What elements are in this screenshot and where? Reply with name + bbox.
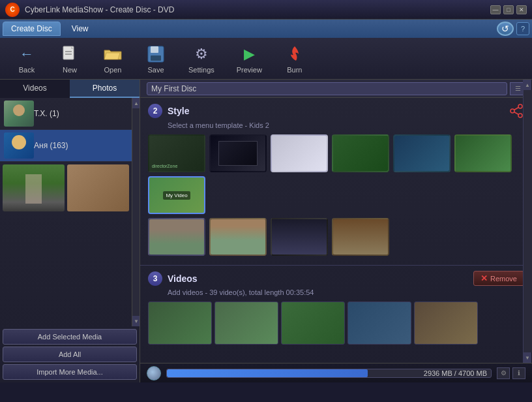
window-controls: — □ ✕: [490, 5, 527, 14]
remove-button[interactable]: ✕ Remove: [473, 271, 524, 286]
media-item-anya[interactable]: Аня (163): [0, 130, 140, 162]
menu-tab-create-disc[interactable]: Create Disc: [3, 22, 61, 36]
right-scrollbar[interactable]: ▲ ▼: [523, 80, 532, 363]
preview-icon: ▶: [239, 44, 259, 65]
right-scroll-track: [524, 90, 532, 352]
videos-section: 3 Videos ✕ Remove Add videos - 39 video(…: [140, 266, 532, 350]
settings-small-button[interactable]: ⚙: [497, 367, 510, 379]
capacity-bar: 2936 MB / 4700 MB: [166, 369, 492, 378]
media-label-anya: Аня (163): [34, 141, 68, 150]
nav-back-button[interactable]: ↺: [497, 22, 514, 36]
video-thumb-4[interactable]: [347, 302, 411, 345]
settings-button[interactable]: ⚙ Settings: [179, 39, 224, 78]
back-label: Back: [19, 66, 35, 74]
minimize-button[interactable]: —: [490, 5, 501, 14]
style-title: Style: [168, 106, 189, 116]
svg-line-10: [514, 108, 519, 110]
disc-title-bar: ☰: [140, 80, 532, 98]
right-panel: ☰ 2 Style Select a menu template -: [140, 80, 532, 382]
template-r2-2[interactable]: [209, 218, 267, 256]
back-icon: ←: [16, 44, 37, 65]
scroll-thumb[interactable]: [132, 108, 140, 316]
media-single-1[interactable]: [3, 164, 65, 211]
preview-label: Preview: [237, 66, 262, 74]
template-r2-4[interactable]: [332, 218, 389, 256]
media-grid: [0, 162, 140, 214]
template-photo[interactable]: [454, 134, 512, 172]
disc-icon: [147, 366, 161, 380]
disc-title-input[interactable]: [147, 82, 507, 95]
tab-videos[interactable]: Videos: [0, 80, 70, 98]
video-thumb-5[interactable]: [414, 302, 478, 345]
videos-header: 3 Videos ✕ Remove: [148, 271, 524, 286]
capacity-fill: [167, 369, 368, 377]
back-button[interactable]: ← Back: [7, 39, 47, 78]
template-row-2: [148, 218, 524, 256]
media-label-tx: T.X. (1): [34, 109, 59, 118]
template-dark[interactable]: [209, 134, 267, 172]
settings-label: Settings: [188, 66, 214, 74]
left-panel: Videos Photos T.X. (1) Аня (163) ▲: [0, 80, 140, 382]
svg-line-11: [514, 112, 519, 115]
social-share-icon[interactable]: [509, 103, 524, 119]
video-thumb-1[interactable]: [148, 302, 212, 345]
svg-point-7: [518, 104, 522, 108]
style-step-number: 2: [148, 104, 162, 118]
new-button[interactable]: New: [50, 39, 90, 78]
import-more-media-button[interactable]: Import More Media...: [3, 364, 137, 380]
media-thumb-anya: [4, 132, 34, 159]
add-selected-media-button[interactable]: Add Selected Media: [3, 329, 137, 345]
template-kids[interactable]: [332, 134, 389, 172]
media-single-2[interactable]: [67, 164, 129, 211]
svg-point-8: [510, 109, 514, 113]
add-all-button[interactable]: Add All: [3, 347, 137, 362]
videos-step-number: 3: [148, 271, 162, 286]
template-nature[interactable]: [393, 134, 451, 172]
remove-label: Remove: [490, 275, 517, 283]
left-scrollbar[interactable]: ▲ ▼: [132, 98, 140, 326]
media-tab-row: Videos Photos: [0, 80, 140, 98]
new-label: New: [63, 66, 77, 74]
template-video[interactable]: My Video: [148, 176, 205, 214]
app-logo: C: [5, 3, 20, 17]
media-thumb-tx: [4, 100, 34, 127]
video-thumb-2[interactable]: [214, 302, 278, 345]
svg-rect-5: [151, 46, 158, 53]
template-r2-1[interactable]: [148, 218, 205, 256]
media-item-tx[interactable]: T.X. (1): [0, 98, 140, 130]
help-button[interactable]: ?: [516, 22, 529, 35]
bottom-icons: ⚙ ℹ: [497, 367, 525, 379]
style-header: 2 Style: [148, 103, 524, 119]
title-bar: C CyberLink MediaShow - Create Disc - DV…: [0, 0, 532, 20]
capacity-text: 2936 MB / 4700 MB: [424, 369, 487, 377]
style-subtitle: Select a menu template - Kids 2: [168, 121, 524, 129]
scroll-up-arrow[interactable]: ▲: [132, 98, 140, 108]
save-button[interactable]: Save: [136, 39, 176, 78]
bottom-bar: 2936 MB / 4700 MB ⚙ ℹ: [140, 363, 532, 382]
tab-photos[interactable]: Photos: [70, 80, 140, 98]
close-button[interactable]: ✕: [516, 5, 527, 14]
template-dirzone[interactable]: directorZone: [148, 134, 205, 172]
video-strip: [148, 302, 524, 345]
maximize-button[interactable]: □: [503, 5, 514, 14]
menu-tab-view[interactable]: View: [63, 22, 97, 36]
settings-icon: ⚙: [191, 44, 212, 65]
media-list: T.X. (1) Аня (163) ▲ ▼: [0, 98, 140, 326]
save-icon: [145, 44, 166, 65]
window-title: CyberLink MediaShow - Create Disc - DVD: [25, 5, 490, 14]
menu-bar: Create Disc View ↺ ?: [0, 20, 532, 38]
videos-title: Videos: [168, 273, 198, 284]
template-light[interactable]: [271, 134, 328, 172]
template-r2-3[interactable]: [271, 218, 328, 256]
preview-button[interactable]: ▶ Preview: [227, 39, 272, 78]
open-button[interactable]: Open: [93, 39, 133, 78]
burn-button[interactable]: Burn: [274, 39, 315, 78]
right-scroll-up[interactable]: ▲: [524, 80, 531, 90]
scroll-down-arrow[interactable]: ▼: [132, 316, 140, 326]
toolbar: ← Back New Open: [0, 38, 532, 80]
right-scroll-down[interactable]: ▼: [524, 352, 531, 363]
main-content: Videos Photos T.X. (1) Аня (163) ▲: [0, 80, 532, 382]
svg-rect-6: [151, 55, 161, 61]
info-button[interactable]: ℹ: [512, 367, 525, 379]
video-thumb-3[interactable]: [281, 302, 345, 345]
